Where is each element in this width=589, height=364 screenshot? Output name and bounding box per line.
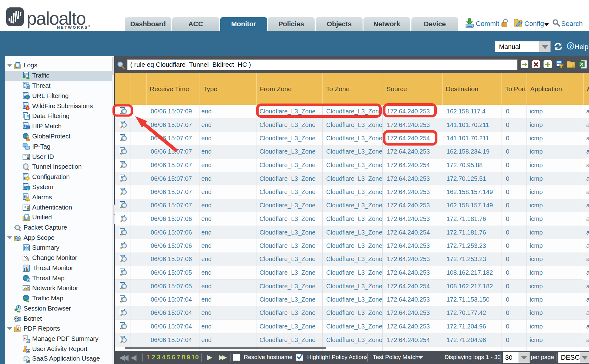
svg-text:A: A: [17, 327, 19, 329]
svg-text:?: ?: [569, 43, 572, 49]
svg-text:x: x: [28, 279, 29, 282]
